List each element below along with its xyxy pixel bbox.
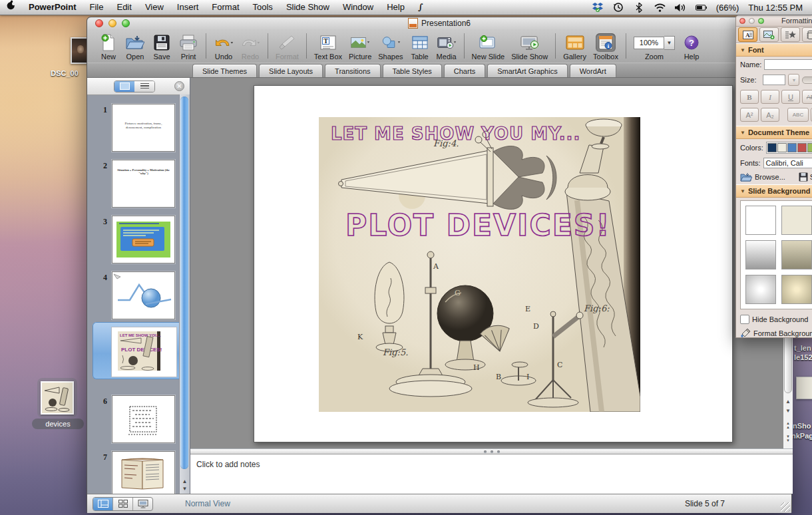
new-button[interactable]: New xyxy=(95,33,122,61)
tab-slide-themes[interactable]: Slide Themes xyxy=(192,64,257,77)
background-swatch-tan-gradient[interactable] xyxy=(781,240,812,269)
gallery-button[interactable]: Gallery xyxy=(560,33,590,61)
apple-menu[interactable] xyxy=(0,0,22,15)
outline-view-button[interactable] xyxy=(134,81,154,92)
theme-colors-strip[interactable] xyxy=(766,142,812,154)
scroll-up-button[interactable]: ▲ xyxy=(783,399,793,405)
desktop-edge-label-1b[interactable]: le152 xyxy=(794,353,812,361)
redo-button[interactable]: Redo xyxy=(237,33,264,61)
battery-menu-icon[interactable] xyxy=(696,3,707,13)
previous-slide-button[interactable]: ▲▲ xyxy=(783,421,793,429)
zoom-control[interactable]: 100%▼ Zoom xyxy=(630,33,678,61)
palette-tab-pages[interactable] xyxy=(802,27,812,42)
desktop-edge-label-2b[interactable]: nkPag xyxy=(791,432,812,440)
slide-show-view-button[interactable] xyxy=(133,498,152,510)
slide-thumbnail-4[interactable]: 4 xyxy=(87,271,180,318)
menu-insert[interactable]: Insert xyxy=(170,0,206,15)
format-background-button[interactable]: Format Background xyxy=(753,329,812,337)
background-swatch-cream[interactable] xyxy=(781,206,812,235)
dropbox-menu-icon[interactable] xyxy=(592,3,604,13)
font-section-header[interactable]: ▼Font xyxy=(736,43,812,57)
slide-thumbnail-7[interactable]: 7 xyxy=(87,451,180,494)
subscript-button[interactable]: A₂ xyxy=(761,108,779,122)
wifi-menu-icon[interactable] xyxy=(654,3,666,13)
save-button[interactable]: Save xyxy=(148,33,175,61)
background-swatch-gray-gradient[interactable] xyxy=(745,240,776,269)
font-size-input[interactable] xyxy=(763,75,785,85)
italic-button[interactable]: I xyxy=(761,90,779,104)
menu-file[interactable]: File xyxy=(83,0,110,15)
close-pane-button[interactable]: ✕ xyxy=(174,81,184,91)
underline-button[interactable]: U xyxy=(781,90,800,104)
applescript-menu-icon[interactable]: ∫ xyxy=(411,0,430,15)
palette-tab-font[interactable]: A xyxy=(738,27,757,42)
palette-zoom-button[interactable] xyxy=(758,18,764,24)
minimize-button[interactable] xyxy=(108,19,116,27)
next-slide-button[interactable]: ▼▼ xyxy=(783,434,793,442)
palette-titlebar[interactable]: Formatting xyxy=(736,15,812,27)
slide-thumbnail-3[interactable]: 3 xyxy=(87,216,180,262)
tab-slide-layouts[interactable]: Slide Layouts xyxy=(259,64,323,77)
tab-wordart[interactable]: WordArt xyxy=(570,64,616,77)
menu-window[interactable]: Window xyxy=(336,0,380,15)
tab-table-styles[interactable]: Table Styles xyxy=(383,64,442,77)
slide-thumbnail-2[interactable]: 2 Situation + Personality = Motivation (… xyxy=(87,160,180,206)
tab-transitions[interactable]: Transitions xyxy=(325,64,380,77)
background-swatch-radial-gold[interactable] xyxy=(781,275,812,304)
thumbnail-view-button[interactable] xyxy=(114,81,134,92)
background-swatch-white[interactable] xyxy=(745,206,776,235)
hide-background-checkbox[interactable] xyxy=(740,315,749,324)
print-button[interactable]: Print xyxy=(175,33,202,61)
open-button[interactable]: Open xyxy=(122,33,148,61)
palette-minimize-button[interactable] xyxy=(749,18,755,24)
browse-themes-button[interactable]: Browse... xyxy=(740,172,785,182)
undo-button[interactable]: Undo xyxy=(210,33,237,61)
time-machine-menu-icon[interactable] xyxy=(613,3,624,13)
menu-view[interactable]: View xyxy=(138,0,170,15)
scroll-down-button[interactable]: ▼ xyxy=(783,408,793,414)
zoom-value[interactable]: 100% xyxy=(634,37,664,49)
palette-tab-styles[interactable] xyxy=(781,27,800,42)
slide-sorter-view-button[interactable] xyxy=(113,498,133,510)
font-name-input[interactable] xyxy=(764,59,812,70)
small-caps-button[interactable]: ABC xyxy=(787,108,809,122)
bold-button[interactable]: B xyxy=(740,90,759,104)
close-button[interactable] xyxy=(95,19,103,27)
slide-thumbnail-1[interactable]: 1 Pictures: motivation, frame,denouement… xyxy=(87,104,180,150)
desktop-icon-dsc-label[interactable]: DSC_00 xyxy=(41,69,88,77)
desktop-edge-label-2a[interactable]: nSho xyxy=(793,422,811,430)
desktop-icon-devices-label[interactable]: devices xyxy=(32,419,84,429)
text-box-button[interactable]: T Text Box xyxy=(311,33,345,61)
bluetooth-menu-icon[interactable] xyxy=(634,3,645,13)
superscript-button[interactable]: A² xyxy=(740,108,759,122)
sidebar-scrollbar-arrows[interactable]: ▲▼ xyxy=(180,478,190,492)
theme-color-swatch[interactable] xyxy=(787,143,797,152)
media-button[interactable]: Media xyxy=(433,33,460,61)
notes-pane[interactable]: Click to add notes xyxy=(190,454,793,494)
font-size-stepper[interactable]: ▼ xyxy=(788,74,799,86)
slide-show-button[interactable]: Slide Show xyxy=(508,33,551,61)
window-resize-grip[interactable] xyxy=(781,502,790,512)
slide-thumbnail-6[interactable]: 6 xyxy=(87,395,180,442)
zoom-dropdown-arrow[interactable]: ▼ xyxy=(664,36,675,50)
desktop-edge-file-icon[interactable] xyxy=(796,377,812,399)
tab-smartart-graphics[interactable]: SmartArt Graphics xyxy=(487,64,567,77)
zoom-button[interactable] xyxy=(122,19,130,27)
volume-menu-icon[interactable] xyxy=(675,3,686,13)
slide-background-section-header[interactable]: ▼Slide Background xyxy=(736,184,812,198)
desktop-edge-label-1a[interactable]: t_len xyxy=(794,344,811,352)
theme-color-swatch[interactable] xyxy=(777,143,787,152)
theme-color-swatch[interactable] xyxy=(807,143,812,152)
sidebar-scrollbar[interactable]: ▲▼ xyxy=(179,94,190,494)
slide-picture-plot-devices[interactable]: LET ME SHOW YOU MY... PLOT DEVICES! Fig:… xyxy=(319,117,640,412)
zoom-dropdown[interactable]: 100%▼ xyxy=(634,33,675,52)
picture-button[interactable]: Picture xyxy=(345,33,375,61)
theme-color-swatch[interactable] xyxy=(797,143,807,152)
menu-format[interactable]: Format xyxy=(205,0,246,15)
menu-powerpoint[interactable]: PowerPoint xyxy=(22,0,83,15)
table-button[interactable]: Table xyxy=(407,33,433,61)
toolbox-button[interactable]: i Toolbox xyxy=(590,33,622,61)
desktop-icon-devices[interactable] xyxy=(37,378,77,418)
shapes-button[interactable]: Shapes xyxy=(375,33,406,61)
palette-tab-image[interactable] xyxy=(759,27,779,42)
